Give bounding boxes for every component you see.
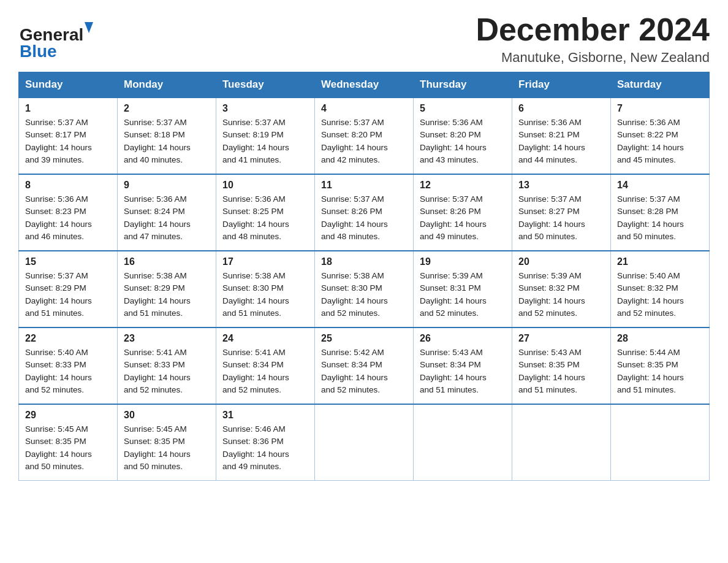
table-row: 3Sunrise: 5:37 AMSunset: 8:19 PMDaylight…	[216, 98, 315, 174]
day-number: 26	[420, 333, 506, 344]
table-row: 18Sunrise: 5:38 AMSunset: 8:30 PMDayligh…	[315, 251, 414, 327]
day-number: 3	[222, 103, 308, 114]
table-row: 19Sunrise: 5:39 AMSunset: 8:31 PMDayligh…	[414, 251, 512, 327]
day-info: Sunrise: 5:36 AMSunset: 8:20 PMDaylight:…	[420, 117, 506, 166]
table-row: 15Sunrise: 5:37 AMSunset: 8:29 PMDayligh…	[19, 251, 118, 327]
day-number: 14	[617, 180, 703, 191]
day-number: 15	[25, 256, 111, 267]
day-info: Sunrise: 5:39 AMSunset: 8:32 PMDaylight:…	[518, 270, 604, 320]
day-number: 25	[321, 333, 407, 344]
month-title: December 2024	[476, 12, 710, 47]
table-row: 8Sunrise: 5:36 AMSunset: 8:23 PMDaylight…	[19, 174, 118, 251]
table-row: 22Sunrise: 5:40 AMSunset: 8:33 PMDayligh…	[19, 327, 118, 404]
day-info: Sunrise: 5:36 AMSunset: 8:22 PMDaylight:…	[617, 117, 703, 166]
table-row: 4Sunrise: 5:37 AMSunset: 8:20 PMDaylight…	[315, 98, 414, 174]
table-row: 20Sunrise: 5:39 AMSunset: 8:32 PMDayligh…	[512, 251, 611, 327]
day-info: Sunrise: 5:45 AMSunset: 8:35 PMDaylight:…	[25, 423, 111, 473]
day-info: Sunrise: 5:44 AMSunset: 8:35 PMDaylight:…	[617, 347, 703, 396]
table-row: 23Sunrise: 5:41 AMSunset: 8:33 PMDayligh…	[118, 327, 216, 404]
day-number: 8	[25, 180, 111, 191]
col-sunday: Sunday	[19, 72, 118, 98]
title-area: December 2024 Manutuke, Gisborne, New Ze…	[476, 12, 710, 66]
day-info: Sunrise: 5:37 AMSunset: 8:20 PMDaylight:…	[321, 117, 407, 166]
day-number: 18	[321, 256, 407, 267]
day-number: 9	[124, 180, 210, 191]
header-row: Sunday Monday Tuesday Wednesday Thursday…	[19, 72, 710, 98]
day-info: Sunrise: 5:37 AMSunset: 8:18 PMDaylight:…	[124, 117, 210, 166]
day-number: 12	[420, 180, 506, 191]
col-friday: Friday	[512, 72, 611, 98]
day-info: Sunrise: 5:38 AMSunset: 8:29 PMDaylight:…	[124, 270, 210, 320]
day-number: 30	[124, 410, 210, 421]
col-monday: Monday	[118, 72, 216, 98]
table-row: 12Sunrise: 5:37 AMSunset: 8:26 PMDayligh…	[414, 174, 512, 251]
day-number: 10	[222, 180, 308, 191]
day-info: Sunrise: 5:37 AMSunset: 8:17 PMDaylight:…	[25, 117, 111, 166]
svg-marker-1	[85, 22, 93, 33]
day-info: Sunrise: 5:36 AMSunset: 8:23 PMDaylight:…	[25, 193, 111, 243]
day-info: Sunrise: 5:37 AMSunset: 8:19 PMDaylight:…	[222, 117, 308, 166]
calendar-table: Sunday Monday Tuesday Wednesday Thursday…	[18, 72, 710, 481]
week-row-1: 1Sunrise: 5:37 AMSunset: 8:17 PMDaylight…	[19, 98, 710, 174]
table-row: 9Sunrise: 5:36 AMSunset: 8:24 PMDaylight…	[118, 174, 216, 251]
day-info: Sunrise: 5:42 AMSunset: 8:34 PMDaylight:…	[321, 347, 407, 396]
day-number: 16	[124, 256, 210, 267]
day-info: Sunrise: 5:36 AMSunset: 8:24 PMDaylight:…	[124, 193, 210, 243]
day-info: Sunrise: 5:41 AMSunset: 8:33 PMDaylight:…	[124, 347, 210, 396]
table-row: 2Sunrise: 5:37 AMSunset: 8:18 PMDaylight…	[118, 98, 216, 174]
week-row-5: 29Sunrise: 5:45 AMSunset: 8:35 PMDayligh…	[19, 404, 710, 481]
logo-area: General Blue	[18, 12, 98, 60]
table-row: 13Sunrise: 5:37 AMSunset: 8:27 PMDayligh…	[512, 174, 611, 251]
generalblue-logo: General Blue	[18, 17, 98, 60]
table-row: 5Sunrise: 5:36 AMSunset: 8:20 PMDaylight…	[414, 98, 512, 174]
week-row-2: 8Sunrise: 5:36 AMSunset: 8:23 PMDaylight…	[19, 174, 710, 251]
day-number: 6	[518, 103, 604, 114]
day-number: 20	[518, 256, 604, 267]
day-number: 13	[518, 180, 604, 191]
table-row: 30Sunrise: 5:45 AMSunset: 8:35 PMDayligh…	[118, 404, 216, 481]
day-info: Sunrise: 5:46 AMSunset: 8:36 PMDaylight:…	[222, 423, 308, 473]
week-row-3: 15Sunrise: 5:37 AMSunset: 8:29 PMDayligh…	[19, 251, 710, 327]
day-number: 11	[321, 180, 407, 191]
table-row: 21Sunrise: 5:40 AMSunset: 8:32 PMDayligh…	[611, 251, 710, 327]
table-row: 24Sunrise: 5:41 AMSunset: 8:34 PMDayligh…	[216, 327, 315, 404]
table-row: 7Sunrise: 5:36 AMSunset: 8:22 PMDaylight…	[611, 98, 710, 174]
day-info: Sunrise: 5:36 AMSunset: 8:25 PMDaylight:…	[222, 193, 308, 243]
table-row: 14Sunrise: 5:37 AMSunset: 8:28 PMDayligh…	[611, 174, 710, 251]
day-info: Sunrise: 5:43 AMSunset: 8:34 PMDaylight:…	[420, 347, 506, 396]
table-row	[414, 404, 512, 481]
day-number: 1	[25, 103, 111, 114]
day-number: 4	[321, 103, 407, 114]
day-info: Sunrise: 5:37 AMSunset: 8:26 PMDaylight:…	[321, 193, 407, 243]
table-row: 25Sunrise: 5:42 AMSunset: 8:34 PMDayligh…	[315, 327, 414, 404]
header: General Blue December 2024 Manutuke, Gis…	[18, 12, 710, 66]
table-row: 16Sunrise: 5:38 AMSunset: 8:29 PMDayligh…	[118, 251, 216, 327]
table-row: 11Sunrise: 5:37 AMSunset: 8:26 PMDayligh…	[315, 174, 414, 251]
table-row: 31Sunrise: 5:46 AMSunset: 8:36 PMDayligh…	[216, 404, 315, 481]
col-tuesday: Tuesday	[216, 72, 315, 98]
day-number: 7	[617, 103, 703, 114]
day-info: Sunrise: 5:40 AMSunset: 8:32 PMDaylight:…	[617, 270, 703, 320]
table-row: 26Sunrise: 5:43 AMSunset: 8:34 PMDayligh…	[414, 327, 512, 404]
day-number: 2	[124, 103, 210, 114]
day-info: Sunrise: 5:43 AMSunset: 8:35 PMDaylight:…	[518, 347, 604, 396]
day-info: Sunrise: 5:37 AMSunset: 8:28 PMDaylight:…	[617, 193, 703, 243]
table-row: 1Sunrise: 5:37 AMSunset: 8:17 PMDaylight…	[19, 98, 118, 174]
table-row: 29Sunrise: 5:45 AMSunset: 8:35 PMDayligh…	[19, 404, 118, 481]
day-info: Sunrise: 5:40 AMSunset: 8:33 PMDaylight:…	[25, 347, 111, 396]
day-info: Sunrise: 5:37 AMSunset: 8:29 PMDaylight:…	[25, 270, 111, 320]
day-number: 27	[518, 333, 604, 344]
day-info: Sunrise: 5:45 AMSunset: 8:35 PMDaylight:…	[124, 423, 210, 473]
col-thursday: Thursday	[414, 72, 512, 98]
day-info: Sunrise: 5:41 AMSunset: 8:34 PMDaylight:…	[222, 347, 308, 396]
table-row: 10Sunrise: 5:36 AMSunset: 8:25 PMDayligh…	[216, 174, 315, 251]
day-number: 28	[617, 333, 703, 344]
page-wrapper: General Blue December 2024 Manutuke, Gis…	[0, 0, 728, 499]
day-info: Sunrise: 5:37 AMSunset: 8:26 PMDaylight:…	[420, 193, 506, 243]
day-info: Sunrise: 5:38 AMSunset: 8:30 PMDaylight:…	[222, 270, 308, 320]
table-row	[512, 404, 611, 481]
col-saturday: Saturday	[611, 72, 710, 98]
day-info: Sunrise: 5:39 AMSunset: 8:31 PMDaylight:…	[420, 270, 506, 320]
col-wednesday: Wednesday	[315, 72, 414, 98]
svg-text:Blue: Blue	[20, 42, 57, 60]
